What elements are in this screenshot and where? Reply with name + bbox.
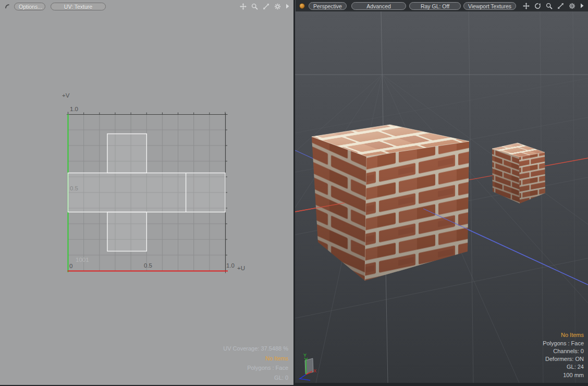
- maximize-icon[interactable]: [263, 3, 270, 10]
- uv-editor-pane[interactable]: Options... UV: Texture: [0, 0, 293, 385]
- v-axis-label: +V: [62, 92, 70, 99]
- uv-component-mode-text: Polygons : Face: [223, 363, 288, 373]
- perspective-viewport-pane[interactable]: Perspective Advanced Ray GL: Off Viewpor…: [295, 0, 588, 383]
- gl-deformers-text: Deformers: ON: [543, 355, 584, 363]
- gl-component-mode-text: Polygons : Face: [543, 340, 584, 347]
- rotate-icon[interactable]: [534, 3, 541, 9]
- viewport-textures-button[interactable]: Viewport Textures: [463, 2, 516, 10]
- flyout-arrow-icon[interactable]: [580, 3, 584, 8]
- uv-shells[interactable]: [68, 134, 226, 251]
- uv-toolbar-icons: [240, 3, 289, 10]
- gl-selection-text: No Items: [543, 331, 584, 339]
- gl-grid-scale-text: 100 mm: [543, 371, 584, 379]
- x-axis-label: X: [313, 368, 316, 373]
- viewport-state-indicator[interactable]: [299, 3, 305, 9]
- magnify-icon[interactable]: [251, 3, 258, 10]
- y-axis-label: Y: [303, 353, 307, 358]
- u-mid-label: 0.5: [144, 262, 152, 269]
- flyout-arrow-icon[interactable]: [286, 4, 289, 9]
- uv-status-readout: UV Coverage: 37.5488 % No Items Polygons…: [223, 344, 288, 382]
- magnify-icon[interactable]: [546, 3, 553, 9]
- uv-toolbar: Options... UV: Texture: [0, 0, 293, 13]
- u-max-label: 1.0: [226, 262, 235, 269]
- shading-mode-button[interactable]: Advanced: [351, 2, 406, 10]
- uv-canvas[interactable]: +V 1.0 0.5 0 0.5 1.0 +U 1001: [0, 0, 293, 385]
- maximize-icon[interactable]: [557, 3, 564, 9]
- gear-icon[interactable]: [569, 3, 575, 9]
- uv-shell-top-face[interactable]: [107, 134, 146, 173]
- pan-icon[interactable]: [523, 3, 530, 9]
- ray-gl-button[interactable]: Ray GL: Off: [409, 2, 461, 10]
- uv-shell-bottom-face[interactable]: [107, 212, 146, 251]
- gear-icon[interactable]: [274, 3, 281, 10]
- uv-mode-button[interactable]: UV: Texture: [51, 3, 106, 10]
- uv-shell-side-band[interactable]: [68, 173, 226, 212]
- view-type-button[interactable]: Perspective: [309, 2, 347, 10]
- options-button[interactable]: Options...: [14, 3, 45, 10]
- viewport-toolbar-icons: [523, 3, 584, 9]
- viewport-status-readout: No Items Polygons : Face Channels: 0 Def…: [543, 331, 584, 379]
- u-axis-label: +U: [237, 265, 245, 271]
- brick-cube-small[interactable]: [492, 143, 545, 203]
- udim-tile-label: 1001: [76, 257, 89, 263]
- gl-channels-text: Channels: 0: [543, 347, 584, 355]
- modo-workspace: Options... UV: Texture: [0, 0, 588, 386]
- v-max-label: 1.0: [70, 106, 78, 112]
- origin-label: 0: [69, 263, 72, 269]
- uv-coverage-text: UV Coverage: 37.5488 %: [223, 344, 288, 354]
- viewport-toolbar: Perspective Advanced Ray GL: Off Viewpor…: [295, 0, 588, 11]
- gl-canvas[interactable]: Y X: [295, 11, 588, 383]
- gl-count-text: GL: 24: [543, 363, 584, 371]
- viewport-corner-widget-icon[interactable]: [5, 4, 10, 9]
- uv-selection-text: No Items: [223, 354, 288, 364]
- pan-icon[interactable]: [240, 3, 247, 10]
- uv-gl-count-text: GL: 0: [223, 373, 288, 383]
